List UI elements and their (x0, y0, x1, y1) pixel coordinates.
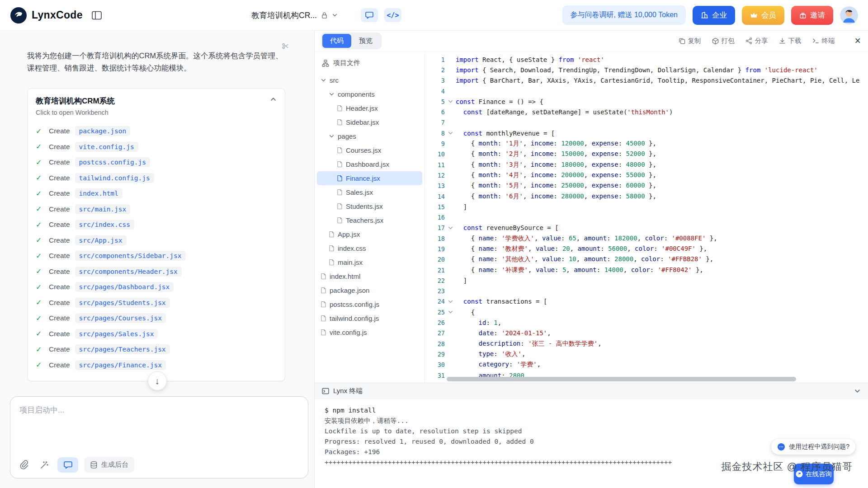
tree-file-Finance.jsx[interactable]: Finance.jsx (317, 171, 422, 185)
code-editor[interactable]: 1import React, { useState } from 'react'… (425, 52, 868, 383)
fold-toggle-icon[interactable] (445, 299, 456, 305)
created-file-chip[interactable]: src/pages/Teachers.jsx (75, 344, 170, 354)
code-line-24[interactable]: 24 const transactions = [ (425, 296, 868, 307)
code-line-16[interactable]: 16 (425, 212, 868, 222)
tree-file-App.jsx[interactable]: App.jsx (317, 227, 422, 241)
create-file-item[interactable]: ✓Createsrc/components/Header.jsx (36, 263, 277, 279)
created-file-chip[interactable]: src/pages/Finance.jsx (75, 360, 166, 370)
code-line-26[interactable]: 26 id: 1, (425, 317, 868, 328)
attach-file-icon[interactable] (17, 458, 31, 472)
tab-code[interactable]: 代码 (322, 34, 351, 48)
tree-folder-src[interactable]: src (317, 73, 422, 87)
tree-file-Header.jsx[interactable]: Header.jsx (317, 101, 422, 115)
created-file-chip[interactable]: vite.config.js (75, 142, 138, 152)
created-file-chip[interactable]: src/index.css (75, 220, 135, 230)
create-file-item[interactable]: ✓Createsrc/main.jsx (36, 201, 277, 217)
tree-file-Dashboard.jsx[interactable]: Dashboard.jsx (317, 157, 422, 171)
code-line-8[interactable]: 8 const monthlyRevenue = [ (425, 128, 868, 138)
code-line-2[interactable]: 2import { Search, Download, TrendingUp, … (425, 65, 868, 75)
fold-toggle-icon[interactable] (445, 99, 456, 104)
created-file-chip[interactable]: src/main.jsx (75, 204, 131, 214)
created-file-chip[interactable]: src/pages/Courses.jsx (75, 313, 166, 323)
tree-file-postcss.config.js[interactable]: postcss.config.js (317, 297, 422, 311)
code-line-13[interactable]: 13 { month: '5月', income: 250000, expens… (425, 181, 868, 191)
generate-backend-button[interactable]: 生成后台 (84, 457, 134, 473)
tree-file-index.css[interactable]: index.css (317, 241, 422, 255)
chat-view-toggle-icon[interactable] (361, 8, 378, 22)
workbench-card-header[interactable]: 教育培训机构CRM系统 Click to open Workbench (36, 96, 277, 116)
magic-wand-icon[interactable] (37, 458, 52, 472)
code-line-12[interactable]: 12 { month: '4月', income: 200000, expens… (425, 170, 868, 180)
close-workbench-icon[interactable]: × (855, 36, 861, 46)
code-line-23[interactable]: 23 (425, 286, 868, 296)
code-line-3[interactable]: 3import { BarChart, Bar, XAxis, YAxis, C… (425, 75, 868, 86)
chat-mode-toggle-icon[interactable] (57, 457, 78, 473)
code-line-9[interactable]: 9 { month: '1月', income: 120000, expense… (425, 138, 868, 149)
scroll-to-bottom-button[interactable]: ↓ (148, 371, 167, 390)
code-line-30[interactable]: 30 category: '学费', (425, 360, 868, 370)
code-view-toggle-icon[interactable]: </> (384, 8, 401, 22)
terminal-button[interactable]: 终端 (812, 37, 835, 45)
create-file-item[interactable]: ✓Createsrc/pages/Courses.jsx (36, 310, 277, 326)
code-line-7[interactable]: 7 (425, 117, 868, 128)
survey-promo-button[interactable]: 参与问卷调研, 赠送 10,000 Token (562, 5, 686, 25)
created-file-chip[interactable]: src/components/Sidebar.jsx (75, 251, 186, 261)
code-line-1[interactable]: 1import React, { useState } from 'react' (425, 54, 868, 65)
fold-toggle-icon[interactable] (445, 309, 456, 315)
collapse-chevron-up-icon[interactable] (270, 96, 277, 103)
create-file-item[interactable]: ✓Createtailwind.config.js (36, 170, 277, 186)
tree-file-Sidebar.jsx[interactable]: Sidebar.jsx (317, 115, 422, 129)
created-file-chip[interactable]: src/App.jsx (75, 235, 127, 245)
created-file-chip[interactable]: tailwind.config.js (75, 173, 154, 183)
code-line-20[interactable]: 20 { name: '其他收入', value: 10, amount: 28… (425, 254, 868, 265)
tree-file-package.json[interactable]: package.json (317, 283, 422, 297)
code-line-29[interactable]: 29 type: '收入', (425, 349, 868, 359)
created-file-chip[interactable]: src/pages/Sales.jsx (75, 329, 158, 339)
project-title[interactable]: 教育培训机构CR... (251, 10, 317, 21)
workbench-card[interactable]: 教育培训机构CRM系统 Click to open Workbench ✓Cre… (27, 88, 285, 381)
create-file-item[interactable]: ✓Createsrc/pages/Teachers.jsx (36, 342, 277, 357)
help-bubble[interactable]: 使用过程中遇到问题? (771, 439, 855, 455)
tree-folder-pages[interactable]: pages (317, 129, 422, 143)
code-line-28[interactable]: 28 description: '张三 - 高中数学学费', (425, 338, 868, 349)
code-line-11[interactable]: 11 { month: '3月', income: 180000, expens… (425, 160, 868, 170)
create-file-item[interactable]: ✓Createsrc/pages/Students.jsx (36, 295, 277, 310)
created-file-chip[interactable]: package.json (75, 126, 131, 136)
terminal-header[interactable]: Lynx 终端 (315, 383, 868, 399)
fold-toggle-icon[interactable] (445, 130, 456, 136)
tree-file-Sales.jsx[interactable]: Sales.jsx (317, 185, 422, 199)
create-file-item[interactable]: ✓Createvite.config.js (36, 139, 277, 155)
avatar[interactable] (840, 6, 858, 24)
create-file-item[interactable]: ✓Createindex.html (36, 186, 277, 202)
tree-file-Teachers.jsx[interactable]: Teachers.jsx (317, 213, 422, 227)
create-file-item[interactable]: ✓Createsrc/pages/Sales.jsx (36, 326, 277, 342)
create-file-item[interactable]: ✓Createsrc/pages/Finance.jsx (36, 357, 277, 373)
tree-file-index.html[interactable]: index.html (317, 269, 422, 283)
created-file-chip[interactable]: index.html (75, 188, 123, 198)
create-file-item[interactable]: ✓Createsrc/pages/Dashboard.jsx (36, 279, 277, 295)
member-button[interactable]: 会员 (742, 6, 784, 25)
code-line-14[interactable]: 14 { month: '6月', income: 280000, expens… (425, 191, 868, 202)
tree-file-Courses.jsx[interactable]: Courses.jsx (317, 143, 422, 157)
enterprise-button[interactable]: 企业 (693, 6, 735, 25)
code-line-15[interactable]: 15 ] (425, 202, 868, 212)
created-file-chip[interactable]: src/components/Header.jsx (75, 267, 182, 277)
tab-preview[interactable]: 预览 (351, 34, 380, 48)
code-line-4[interactable]: 4 (425, 86, 868, 96)
code-line-18[interactable]: 18 { name: '学费收入', value: 65, amount: 18… (425, 233, 868, 244)
code-line-21[interactable]: 21 { name: '补课费', value: 5, amount: 1400… (425, 265, 868, 275)
create-file-item[interactable]: ✓Createsrc/components/Sidebar.jsx (36, 248, 277, 264)
tree-folder-components[interactable]: components (317, 87, 422, 101)
chat-message-list[interactable]: 我将为您创建一个教育培训机构的CRM系统界面。这个系统将包含学员管理、课程管理、… (0, 31, 314, 396)
fold-toggle-icon[interactable] (445, 225, 456, 231)
editor-horizontal-scrollbar[interactable] (447, 377, 863, 381)
tree-file-tailwind.config.js[interactable]: tailwind.config.js (317, 311, 422, 325)
create-file-item[interactable]: ✓Createpostcss.config.js (36, 155, 277, 170)
create-file-item[interactable]: ✓Createsrc/index.css (36, 217, 277, 233)
code-line-10[interactable]: 10 { month: '2月', income: 150000, expens… (425, 149, 868, 160)
sidebar-toggle-icon[interactable] (92, 11, 102, 20)
code-line-19[interactable]: 19 { name: '教材费', value: 20, amount: 560… (425, 244, 868, 254)
code-line-17[interactable]: 17 const revenueBySource = [ (425, 223, 868, 233)
chat-input[interactable] (10, 397, 308, 447)
code-line-6[interactable]: 6 const [dateRange, setDateRange] = useS… (425, 107, 868, 117)
